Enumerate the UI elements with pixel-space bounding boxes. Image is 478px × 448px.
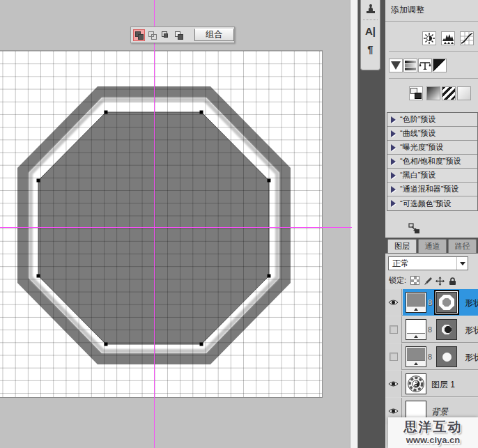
- dock-separator: [363, 20, 378, 20]
- visibility-toggle[interactable]: [385, 371, 402, 397]
- threshold-button[interactable]: [442, 86, 456, 101]
- bagua-image: [406, 374, 426, 394]
- curves-button[interactable]: [460, 31, 474, 46]
- layer-name[interactable]: 形状: [465, 298, 478, 309]
- lock-options-row: 锁定:: [385, 273, 478, 287]
- watermark-title: 思洋互动: [388, 418, 478, 436]
- blend-mode-value: 正常: [389, 258, 456, 270]
- vector-mask-thumbnail[interactable]: [436, 346, 457, 367]
- black-white-icon: [433, 59, 447, 72]
- visibility-toggle[interactable]: [385, 316, 402, 343]
- lock-transparent-pixels-button[interactable]: [410, 276, 419, 285]
- adjustments-panel: 添加调整: [385, 0, 478, 238]
- eye-empty-icon: [390, 353, 398, 361]
- preset-exposure[interactable]: “曝光度”预设: [387, 141, 477, 155]
- invert-icon: [409, 86, 423, 100]
- brightness-contrast-icon: [422, 31, 436, 45]
- layer-row-layer-1[interactable]: 图层 1: [385, 371, 478, 397]
- lock-image-pixels-button[interactable]: [423, 276, 432, 285]
- disclosure-triangle-icon[interactable]: [391, 200, 396, 207]
- canvas[interactable]: [0, 50, 323, 398]
- horizontal-guide[interactable]: [0, 227, 352, 228]
- subtract-shape-area-button[interactable]: [146, 29, 158, 41]
- vector-mask-thumbnail[interactable]: [436, 292, 457, 313]
- layer-name[interactable]: 图层 1: [431, 379, 455, 391]
- lock-all-button[interactable]: [448, 276, 457, 285]
- disclosure-triangle-icon[interactable]: [391, 158, 396, 165]
- posterize-icon: [457, 86, 471, 100]
- fill-thumbnail[interactable]: [406, 319, 426, 340]
- visibility-toggle[interactable]: [385, 343, 402, 370]
- document-area: 组合: [0, 0, 352, 448]
- color-balance-icon: [418, 59, 432, 72]
- hue-saturation-icon: [403, 59, 417, 72]
- document-scrollbar[interactable]: [350, 0, 358, 448]
- divider: [385, 21, 478, 22]
- preset-selective-color[interactable]: “可选颜色”预设: [387, 196, 477, 210]
- link-icon: 8: [428, 353, 432, 361]
- black-white-button[interactable]: [433, 59, 447, 73]
- octagon-shapes: [0, 51, 323, 399]
- color-balance-button[interactable]: [418, 59, 432, 73]
- blend-mode-select[interactable]: 正常: [388, 256, 468, 270]
- divider: [389, 78, 478, 79]
- clone-stamp-icon: [365, 3, 376, 15]
- vertical-guide[interactable]: [154, 0, 155, 448]
- vibrance-button[interactable]: [389, 59, 403, 73]
- layers-panel-group: 图层 通道 路径 正常 锁定:: [385, 238, 478, 448]
- lock-position-button[interactable]: [435, 276, 445, 285]
- layer-name[interactable]: 形状: [465, 325, 478, 337]
- visibility-toggle[interactable]: [385, 289, 402, 316]
- hue-saturation-button[interactable]: [403, 59, 417, 73]
- tab-layers[interactable]: 图层: [387, 239, 417, 253]
- layer-name[interactable]: 形状: [465, 352, 478, 364]
- exclude-overlapping-shapes-button[interactable]: [173, 29, 185, 41]
- preset-channel-mixer[interactable]: “通道混和器”预设: [387, 183, 477, 196]
- image-thumbnail[interactable]: [406, 373, 426, 394]
- chevron-down-icon: [460, 262, 465, 265]
- link-icon: 8: [428, 325, 432, 334]
- eye-icon: [388, 380, 399, 387]
- layer-row-shape-3[interactable]: 8 形状: [385, 289, 478, 316]
- intersect-shape-areas-button[interactable]: [160, 29, 171, 41]
- gradient-map-button[interactable]: [426, 86, 440, 101]
- add-shape-area-button[interactable]: [133, 29, 145, 41]
- disclosure-triangle-icon[interactable]: [391, 186, 396, 193]
- eye-icon: [388, 299, 399, 306]
- layer-row-shape-2[interactable]: 8 形状: [385, 316, 478, 343]
- disclosure-triangle-icon[interactable]: [391, 116, 396, 123]
- preset-hue-saturation[interactable]: “色相/饱和度”预设: [387, 155, 477, 169]
- panel-tabs: 图层 通道 路径: [385, 238, 478, 253]
- preset-levels[interactable]: “色阶”预设: [387, 113, 477, 127]
- clone-source-panel-button[interactable]: [361, 0, 380, 18]
- brightness-contrast-button[interactable]: [422, 31, 436, 46]
- expanded-view-button[interactable]: [408, 223, 421, 238]
- layer-row-shape-1[interactable]: 8 形状: [385, 343, 478, 370]
- fill-thumbnail[interactable]: [406, 346, 426, 367]
- character-panel-icon: A|: [365, 25, 376, 37]
- layer-name[interactable]: 背景: [431, 406, 448, 418]
- preset-black-white[interactable]: “黑白”预设: [387, 169, 477, 183]
- disclosure-triangle-icon[interactable]: [391, 144, 396, 151]
- paragraph-panel-icon: ¶: [367, 43, 373, 55]
- invert-button[interactable]: [409, 86, 423, 101]
- preset-list: “色阶”预设 “曲线”预设 “曝光度”预设 “色相/饱和度”预设 “黑白”预设 …: [387, 112, 478, 211]
- tab-paths[interactable]: 路径: [448, 239, 477, 253]
- paragraph-panel-button[interactable]: ¶: [361, 40, 380, 58]
- preset-curves[interactable]: “曲线”预设: [387, 127, 477, 141]
- adjustments-title: 添加调整: [391, 4, 424, 16]
- eye-icon: [388, 408, 399, 415]
- posterize-button[interactable]: [457, 86, 471, 101]
- disclosure-triangle-icon[interactable]: [391, 172, 396, 179]
- disclosure-triangle-icon[interactable]: [391, 130, 396, 137]
- levels-button[interactable]: [441, 31, 455, 46]
- blend-mode-arrow[interactable]: [456, 257, 468, 270]
- padlock-icon: [448, 277, 457, 286]
- vector-mask-thumbnail[interactable]: [436, 319, 457, 340]
- character-panel-button[interactable]: A|: [361, 22, 380, 40]
- shape-mode-toolbar: 组合: [130, 26, 235, 43]
- tab-channels[interactable]: 通道: [418, 239, 447, 253]
- combine-button[interactable]: 组合: [194, 29, 235, 41]
- fill-thumbnail[interactable]: [406, 292, 426, 313]
- threshold-icon: [442, 86, 456, 100]
